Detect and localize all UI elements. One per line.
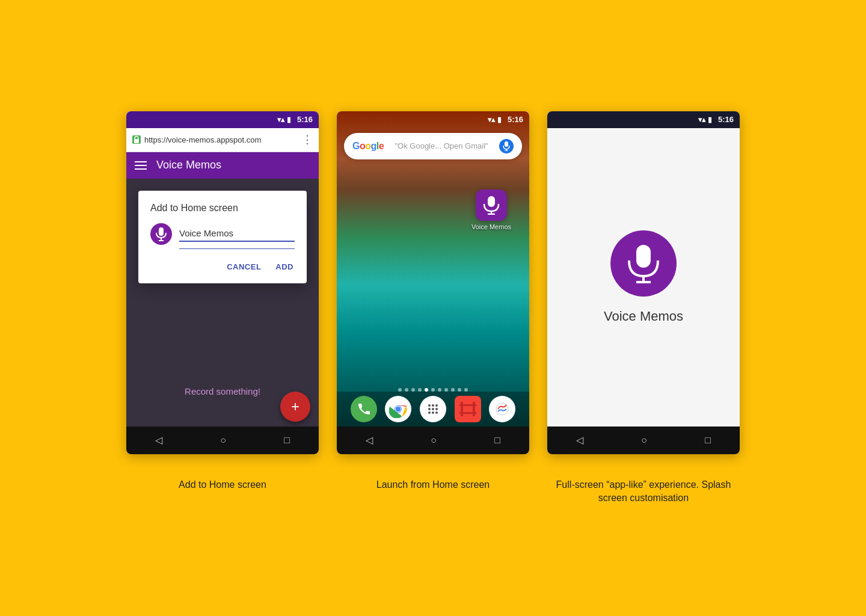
- phone3: ▾▴ ▮ 5:16 Voice Memos: [547, 111, 740, 454]
- svg-point-20: [428, 411, 431, 414]
- captions-row: Add to Home screen Launch from Home scre…: [126, 478, 740, 505]
- dock-phone-icon[interactable]: [351, 396, 377, 422]
- caption-3: Full-screen “app-like” experience. Splas…: [547, 478, 740, 505]
- signal-icon-2: ▾▴: [488, 116, 495, 124]
- dock-video-icon[interactable]: [455, 396, 481, 422]
- status-icons-2: ▾▴ ▮ 5:16: [488, 115, 523, 124]
- svg-rect-7: [488, 196, 495, 207]
- svg-point-13: [396, 407, 401, 411]
- phone3-content: Voice Memos: [547, 128, 740, 427]
- back-button[interactable]: ◁: [155, 434, 162, 446]
- svg-rect-4: [505, 141, 508, 147]
- back-button-2[interactable]: ◁: [366, 434, 373, 446]
- recents-button[interactable]: □: [284, 435, 290, 446]
- svg-rect-30: [636, 245, 651, 268]
- back-button-3[interactable]: ◁: [576, 434, 583, 446]
- add-to-home-dialog: Add to Home screen Voice Memos: [138, 191, 307, 283]
- phone1-toolbar: Voice Memos: [126, 152, 319, 179]
- home-button[interactable]: ○: [220, 435, 226, 446]
- svg-point-16: [435, 404, 438, 407]
- phone2-status-bar: ▾▴ ▮ 5:16: [337, 111, 529, 128]
- home-button-2[interactable]: ○: [431, 435, 437, 446]
- phone2-nav-bar: ◁ ○ □: [337, 427, 529, 454]
- toolbar-title: Voice Memos: [156, 159, 221, 171]
- phone1-main: Add to Home screen Voice Memos: [126, 179, 319, 427]
- voice-memos-home-label: Voice Memos: [471, 223, 511, 230]
- phone3-nav-bar: ◁ ○ □: [547, 427, 740, 454]
- url-bar[interactable]: https://voice-memos.appspot.com ⋮: [126, 128, 319, 152]
- lock-icon: [132, 135, 141, 144]
- phone1-container: ▾▴ ▮ 5:16 https://voice-memos.appspot.co…: [126, 111, 319, 454]
- phone1-body: ▾▴ ▮ 5:16 https://voice-memos.appspot.co…: [126, 111, 319, 454]
- phone1-status-bar: ▾▴ ▮ 5:16: [126, 111, 319, 128]
- phone1-nav-bar: ◁ ○ □: [126, 427, 319, 454]
- battery-icon-3: ▮: [708, 116, 712, 124]
- voice-memos-icon-bg: [476, 189, 507, 221]
- google-search-hint: "Ok Google... Open Gmail": [388, 141, 494, 150]
- mic-icon-large: [610, 230, 677, 297]
- svg-rect-25: [473, 402, 475, 416]
- google-search-bar[interactable]: Google "Ok Google... Open Gmail": [344, 133, 522, 159]
- wallpaper-overlay: ▾▴ ▮ 5:16 Google "Ok Google... Open Gmai…: [337, 111, 529, 427]
- add-button[interactable]: ADD: [274, 259, 295, 275]
- phone2-container: ▾▴ ▮ 5:16 Google "Ok Google... Open Gmai…: [337, 111, 529, 454]
- svg-point-18: [432, 408, 434, 410]
- time-display-2: 5:16: [508, 115, 523, 124]
- dialog-title: Add to Home screen: [150, 203, 295, 214]
- url-text: https://voice-memos.appspot.com: [144, 135, 302, 144]
- recents-button-3[interactable]: □: [705, 435, 711, 446]
- status-icons: ▾▴ ▮ 5:16: [277, 115, 313, 124]
- svg-point-19: [435, 408, 438, 410]
- svg-rect-1: [159, 227, 164, 236]
- dialog-buttons: CANCEL ADD: [150, 259, 295, 277]
- svg-point-22: [435, 411, 438, 414]
- dialog-input-value[interactable]: Voice Memos: [179, 226, 295, 242]
- phone3-container: ▾▴ ▮ 5:16 Voice Memos: [547, 111, 740, 454]
- battery-icon-2: ▮: [497, 116, 502, 124]
- voice-memos-home-icon[interactable]: Voice Memos: [471, 189, 511, 230]
- splash-app-name: Voice Memos: [604, 309, 683, 324]
- svg-rect-0: [134, 139, 139, 143]
- phone2: ▾▴ ▮ 5:16 Google "Ok Google... Open Gmai…: [337, 111, 529, 454]
- svg-rect-24: [461, 402, 463, 416]
- battery-icon: ▮: [287, 116, 291, 124]
- signal-icon-3: ▾▴: [698, 116, 705, 124]
- home-button-3[interactable]: ○: [641, 435, 647, 446]
- svg-point-15: [432, 404, 434, 407]
- signal-icon: ▾▴: [277, 116, 284, 124]
- dock-chrome-icon[interactable]: [385, 396, 411, 422]
- svg-rect-26: [459, 404, 476, 406]
- phone3-status-bar: ▾▴ ▮ 5:16: [547, 111, 740, 128]
- home-dock: [337, 392, 529, 427]
- svg-point-14: [428, 404, 431, 407]
- dialog-input-row: Voice Memos: [150, 223, 295, 245]
- dialog-underline: [179, 248, 295, 249]
- google-mic-icon[interactable]: [499, 139, 514, 153]
- phones-row: ▾▴ ▮ 5:16 https://voice-memos.appspot.co…: [126, 111, 740, 454]
- cancel-button[interactable]: CANCEL: [226, 259, 262, 275]
- wallpaper: ▾▴ ▮ 5:16 Google "Ok Google... Open Gmai…: [337, 111, 529, 427]
- phone1: ▾▴ ▮ 5:16 https://voice-memos.appspot.co…: [126, 111, 319, 454]
- dock-gallery-icon[interactable]: [489, 396, 515, 422]
- svg-rect-27: [459, 412, 476, 414]
- dock-launcher-icon[interactable]: [420, 396, 446, 422]
- time-display-3: 5:16: [718, 115, 734, 124]
- caption-1: Add to Home screen: [126, 478, 319, 505]
- more-icon[interactable]: ⋮: [302, 133, 313, 146]
- mic-icon-small: [150, 223, 172, 245]
- svg-point-21: [432, 411, 434, 414]
- recents-button-2[interactable]: □: [494, 435, 500, 446]
- status-icons-3: ▾▴ ▮ 5:16: [698, 115, 734, 124]
- time-display: 5:16: [297, 115, 313, 124]
- caption-2: Launch from Home screen: [337, 478, 529, 505]
- fab-button[interactable]: +: [280, 392, 310, 422]
- hamburger-icon[interactable]: [135, 161, 147, 170]
- svg-point-17: [428, 408, 431, 410]
- google-logo: Google: [352, 141, 384, 152]
